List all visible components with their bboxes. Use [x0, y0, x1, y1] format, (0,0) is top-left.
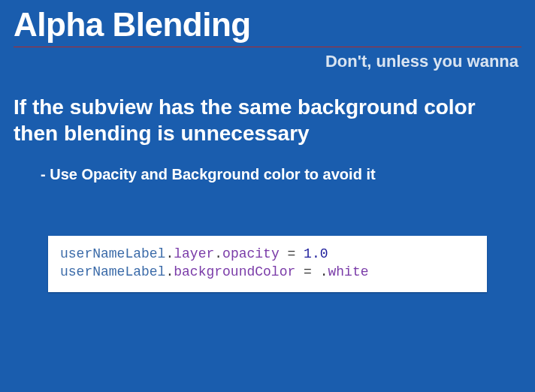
code-num: 1.0	[304, 246, 328, 261]
title-underline	[14, 47, 521, 47]
code-line-1: userNameLabel.layer.opacity = 1.0	[60, 245, 475, 263]
code-dot: .	[165, 246, 174, 261]
code-enum: white	[328, 264, 369, 279]
code-op: =	[295, 264, 319, 279]
code-block: userNameLabel.layer.opacity = 1.0 userNa…	[48, 236, 487, 292]
code-op: =	[280, 246, 304, 261]
slide-subtitle: Don't, unless you wanna	[14, 52, 521, 71]
code-dot: .	[320, 264, 328, 279]
slide-title: Alpha Blending	[14, 6, 521, 44]
code-prop: opacity	[222, 246, 280, 261]
code-dot: .	[165, 264, 174, 279]
code-ident: userNameLabel	[60, 264, 165, 279]
code-prop: layer	[174, 246, 214, 261]
code-line-2: userNameLabel.backgroundColor = .white	[60, 263, 475, 281]
slide-bullet: - Use Opacity and Background color to av…	[41, 166, 521, 183]
code-dot: .	[214, 246, 222, 261]
code-prop: backgroundColor	[174, 264, 295, 279]
code-ident: userNameLabel	[60, 246, 165, 261]
slide-headline: If the subview has the same background c…	[14, 94, 521, 146]
